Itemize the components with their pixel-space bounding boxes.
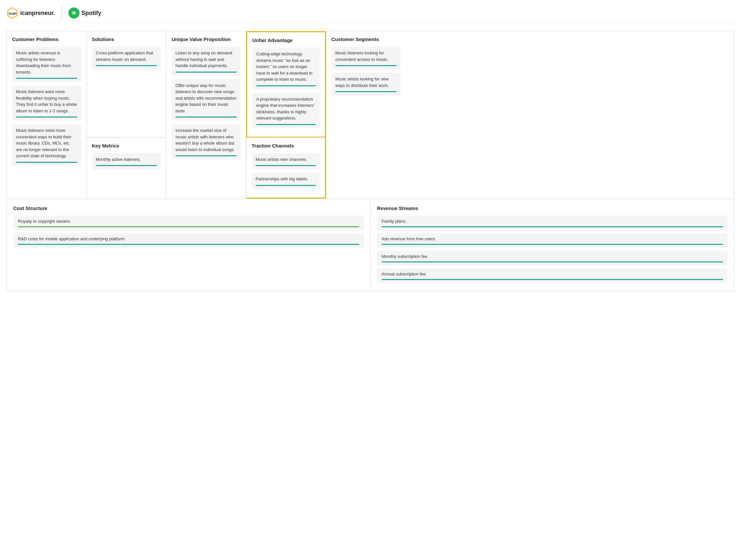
customer-segments-card-1: Music listeners looking for convenient a… xyxy=(331,47,400,69)
spotify-circle-icon xyxy=(68,7,79,18)
canvas-grid: Customer Problems Music artists revenue … xyxy=(6,31,735,199)
traction-channels-card-1: Music artists own channels. xyxy=(252,153,320,169)
cost-structure-section: Cost Structure Royalty to copyright owne… xyxy=(7,199,370,291)
customer-problems-card-2: Music listeners want more flexibility wh… xyxy=(12,85,81,121)
spotify-logo: Spotify xyxy=(68,7,101,18)
customer-segments-title: Customer Segments xyxy=(331,37,400,42)
traction-channels-section: Traction Channels Music artists own chan… xyxy=(246,137,326,199)
uvp-title: Unique Value Proposition xyxy=(172,37,241,42)
key-metrics-section: Key Metrics Monthly active listeners. xyxy=(87,137,166,199)
unfair-advantage-card-1: Cutting-edge technology streams music "a… xyxy=(252,48,320,89)
traction-channels-title: Traction Channels xyxy=(252,143,320,148)
cost-structure-card-1: Royalty to copyright owners. xyxy=(13,216,364,230)
cost-structure-card-2: R&D costs for mobile application and und… xyxy=(13,233,364,248)
revenue-streams-card-4: Annual subscription fee. xyxy=(377,268,728,283)
customer-segments-section: Customer Segments Music listeners lookin… xyxy=(326,31,406,199)
revenue-streams-section: Revenue Streams Family plans. Ads revenu… xyxy=(370,199,734,291)
key-metrics-title: Key Metrics xyxy=(92,143,161,148)
solutions-section: Solutions Cross-platform application tha… xyxy=(87,31,166,137)
icanpreneur-logo-text: icanpreneur. xyxy=(20,10,55,17)
customer-segments-card-2: Music artists looking for new ways to di… xyxy=(331,73,400,95)
customer-problems-card-3: Music listeners need more convenient way… xyxy=(12,124,81,166)
bottom-row: Cost Structure Royalty to copyright owne… xyxy=(6,199,735,291)
revenue-streams-title: Revenue Streams xyxy=(377,205,728,211)
header-divider xyxy=(62,6,62,19)
page-header: ican icanpreneur. Spotify xyxy=(6,6,735,23)
traction-channels-card-2: Partnerships with big labels. xyxy=(252,172,320,189)
unfair-advantage-card-2: A proprietary recommendation engine that… xyxy=(252,93,320,128)
svg-text:ican: ican xyxy=(9,11,16,15)
unfair-advantage-section: Unfair Advantage Cutting-edge technology… xyxy=(246,31,326,138)
unfair-advantage-title: Unfair Advantage xyxy=(252,38,320,43)
uvp-card-3: Increase the market size of music artist… xyxy=(172,124,241,159)
revenue-streams-card-2: Ads revenue from free users. xyxy=(377,233,728,248)
key-metrics-card-1: Monthly active listeners. xyxy=(92,153,161,169)
hex-icon: ican xyxy=(6,7,18,19)
uvp-card-1: Listen to any song on demand without hav… xyxy=(172,47,241,76)
uvp-section: Unique Value Proposition Listen to any s… xyxy=(166,31,246,199)
solutions-title: Solutions xyxy=(92,37,161,42)
customer-problems-title: Customer Problems xyxy=(12,37,81,42)
icanpreneur-logo: ican icanpreneur. xyxy=(6,7,55,19)
cost-structure-title: Cost Structure xyxy=(13,205,364,211)
revenue-streams-card-1: Family plans. xyxy=(377,216,728,230)
customer-problems-section: Customer Problems Music artists revenue … xyxy=(7,31,87,199)
customer-problems-card-1: Music artists revenue is suffering for l… xyxy=(12,47,81,82)
solutions-card-1: Cross-platform application that streams … xyxy=(92,47,161,69)
uvp-card-2: Offer unique way for music listeners to … xyxy=(172,79,241,121)
spotify-waves-icon xyxy=(71,10,77,16)
revenue-streams-card-3: Monthly subscription fee. xyxy=(377,251,728,266)
spotify-logo-text: Spotify xyxy=(81,10,101,17)
